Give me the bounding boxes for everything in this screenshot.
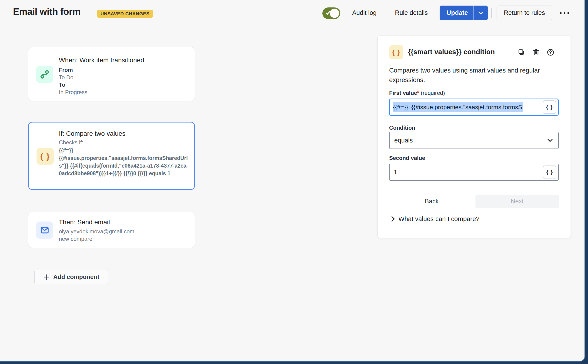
chevron-right-icon bbox=[391, 216, 395, 222]
add-component-label: Add component bbox=[53, 273, 99, 280]
copy-icon bbox=[517, 49, 525, 56]
panel-title: {{smart values}} condition bbox=[408, 48, 495, 56]
rule-enabled-toggle[interactable] bbox=[322, 7, 340, 19]
unsaved-changes-badge: UNSAVED CHANGES bbox=[97, 10, 153, 18]
braces-icon: { } bbox=[546, 169, 553, 176]
action-recipient: olya.yevdokimova@gmail.com bbox=[59, 228, 134, 235]
condition-title: If: Compare two values bbox=[59, 130, 189, 137]
return-to-rules-button[interactable]: Return to rules bbox=[497, 6, 552, 20]
action-title: Then: Send email bbox=[59, 219, 134, 226]
delete-button[interactable] bbox=[531, 47, 542, 58]
help-button[interactable] bbox=[545, 47, 556, 58]
smart-values-braces-icon: { } bbox=[37, 148, 54, 165]
trigger-to-label: To bbox=[59, 81, 144, 89]
trash-icon bbox=[532, 49, 540, 56]
condition-config-panel: { } {{smart values}} condition C bbox=[377, 36, 571, 238]
email-icon bbox=[36, 221, 53, 239]
desktop-frame: Email with form UNSAVED CHANGES Audit lo… bbox=[0, 0, 588, 364]
condition-card-selected[interactable]: { } If: Compare two values Checks if: {{… bbox=[28, 122, 195, 190]
chevron-down-icon bbox=[478, 11, 483, 15]
toggle-knob bbox=[330, 9, 339, 18]
panel-description: Compares two values using smart values a… bbox=[389, 65, 552, 84]
trigger-card[interactable]: When: Work item transitioned From To Do … bbox=[28, 47, 195, 101]
ellipsis-icon bbox=[560, 12, 569, 14]
condition-expression: {{#=}} {{#issue.properties."saasjet.form… bbox=[59, 147, 189, 177]
automation-editor-window: Email with form UNSAVED CHANGES Audit lo… bbox=[0, 0, 585, 362]
chevron-down-icon bbox=[547, 138, 553, 143]
plus-icon bbox=[43, 273, 50, 280]
back-button[interactable]: Back bbox=[413, 195, 450, 208]
second-value-text: 1 bbox=[394, 169, 397, 176]
first-value-label: First value* (required) bbox=[389, 90, 445, 96]
first-value-input[interactable]: {{#=}} {{#issue.properties."saasjet.form… bbox=[389, 98, 559, 116]
duplicate-button[interactable] bbox=[516, 47, 527, 58]
question-circle-icon bbox=[547, 48, 555, 56]
condition-label: Condition bbox=[389, 125, 415, 131]
action-subject: new compare bbox=[59, 235, 134, 243]
condition-selected-option: equals bbox=[394, 137, 413, 144]
action-card[interactable]: Then: Send email olya.yevdokimova@gmail.… bbox=[28, 212, 195, 248]
trigger-from-label: From bbox=[59, 66, 144, 74]
expand-link-label: What values can I compare? bbox=[398, 215, 480, 223]
rule-details-button[interactable]: Rule details bbox=[395, 6, 428, 20]
transition-icon bbox=[36, 66, 53, 83]
condition-select[interactable]: equals bbox=[389, 132, 559, 149]
page-title: Email with form bbox=[13, 6, 80, 17]
next-button-disabled[interactable]: Next bbox=[476, 195, 559, 208]
smart-values-braces-icon: { } bbox=[389, 45, 403, 59]
more-actions-button[interactable] bbox=[558, 6, 571, 20]
header-divider bbox=[491, 8, 492, 18]
condition-checks-label: Checks if: bbox=[59, 139, 189, 146]
required-text: (required) bbox=[421, 90, 445, 96]
update-dropdown-button[interactable] bbox=[473, 6, 488, 20]
trigger-to-value: In Progress bbox=[59, 89, 144, 96]
trigger-title: When: Work item transitioned bbox=[59, 57, 144, 64]
add-component-button[interactable]: Add component bbox=[34, 270, 108, 284]
update-button[interactable]: Update bbox=[440, 6, 475, 20]
second-value-label: Second value bbox=[389, 155, 425, 161]
what-values-expand-link[interactable]: What values can I compare? bbox=[391, 215, 480, 223]
smart-value-picker-button[interactable]: { } bbox=[543, 165, 556, 179]
smart-value-picker-button[interactable]: { } bbox=[543, 100, 556, 114]
first-value-selected-text: {{#=}} {{#issue.properties."saasjet.form… bbox=[393, 102, 523, 112]
required-asterisk: * bbox=[417, 90, 419, 96]
audit-log-button[interactable]: Audit log bbox=[352, 6, 377, 20]
braces-icon: { } bbox=[546, 104, 553, 110]
second-value-input[interactable]: 1 { } bbox=[389, 164, 559, 181]
trigger-from-value: To Do bbox=[59, 74, 144, 81]
